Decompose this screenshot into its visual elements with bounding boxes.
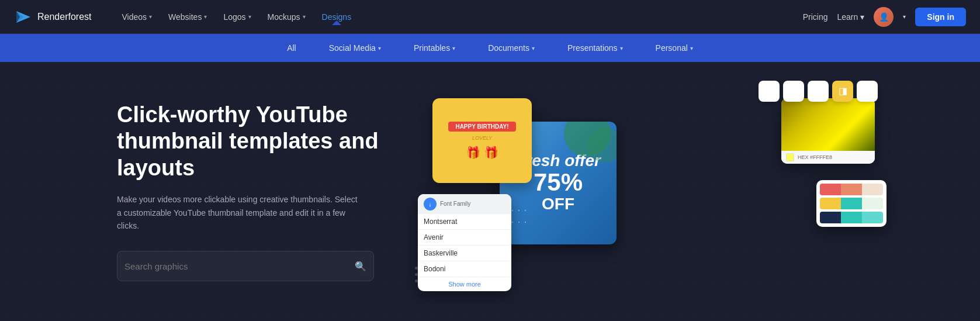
nav-right: Pricing Learn ▾ 👤 ▾ Sign in <box>803 7 966 27</box>
monitor-icon[interactable]: ▭ <box>808 81 829 102</box>
logo[interactable]: Renderforest <box>14 8 92 26</box>
palette-swatch-red[interactable] <box>820 184 841 195</box>
hero-title: Click-worthy YouTube thumbnail templates… <box>117 102 397 182</box>
palette-row-3 <box>820 212 883 223</box>
nav-item-mockups[interactable]: Mockups ▾ <box>261 9 313 25</box>
learn-link[interactable]: Learn ▾ <box>837 12 865 22</box>
main-nav-items: Videos ▾ Websites ▾ Logos ▾ Mockups ▾ De… <box>115 9 803 25</box>
download-icon: ↓ <box>424 198 437 210</box>
font-item-montserrat[interactable]: Montserrat <box>418 214 511 230</box>
palette-swatch-cyan[interactable] <box>862 212 883 223</box>
chevron-down-icon: ▾ <box>532 45 535 51</box>
sign-in-button[interactable]: Sign in <box>915 8 966 26</box>
palette-swatch-lightgreen[interactable] <box>862 198 883 209</box>
hero-section: Click-worthy YouTube thumbnail templates… <box>0 62 980 321</box>
avatar[interactable]: 👤 <box>874 7 894 27</box>
palette-swatch-navy[interactable] <box>820 212 841 223</box>
layers-icon[interactable]: ⧉ <box>783 81 804 102</box>
font-family-panel: ↓ Font Family Montserrat Avenir Baskervi… <box>418 194 511 291</box>
palette-panel <box>816 180 886 227</box>
chevron-down-icon: ▾ <box>204 13 207 20</box>
chevron-down-icon: ▾ <box>248 13 251 20</box>
sec-nav-personal[interactable]: Personal ▾ <box>639 34 709 62</box>
font-panel-header: ↓ Font Family <box>418 194 511 214</box>
nav-item-logos[interactable]: Logos ▾ <box>216 9 258 25</box>
chevron-down-icon: ▾ <box>149 13 152 20</box>
gift-icons: 🎁 🎁 <box>466 146 498 160</box>
chevron-down-icon: ▾ <box>620 45 623 51</box>
fresh-percent: 75% <box>534 170 583 195</box>
chevron-down-icon[interactable]: ▾ <box>903 13 906 20</box>
sec-nav-documents[interactable]: Documents ▾ <box>472 34 551 62</box>
font-item-bodoni[interactable]: Bodoni <box>418 261 511 277</box>
chevron-down-icon: ▾ <box>303 13 306 20</box>
font-item-baskerville[interactable]: Baskerville <box>418 246 511 261</box>
chevron-down-icon: ▾ <box>452 45 455 51</box>
chevron-down-icon: ▾ <box>690 45 693 51</box>
sec-nav-printables[interactable]: Printables ▾ <box>397 34 472 62</box>
chevron-down-icon: ▾ <box>860 12 864 22</box>
palette-row-1 <box>820 184 883 195</box>
search-input[interactable] <box>124 261 355 271</box>
hero-visual: HAPPY BIRTHDAY! LOVELY 🎁 🎁 Fresh offer 7… <box>397 87 910 297</box>
palette-swatch-light[interactable] <box>862 184 883 195</box>
hero-content: Click-worthy YouTube thumbnail templates… <box>117 102 397 282</box>
color-gradient <box>781 98 875 151</box>
secondary-nav: All Social Media ▾ Printables ▾ Document… <box>0 34 980 62</box>
palette-swatch-orange[interactable] <box>841 184 862 195</box>
nav-item-designs-wrapper: Designs <box>315 9 359 25</box>
show-more-fonts[interactable]: Show more <box>418 277 511 291</box>
palette-row-2 <box>820 198 883 209</box>
nav-item-videos[interactable]: Videos ▾ <box>115 9 160 25</box>
hero-description: Make your videos more clickable using cr… <box>117 193 362 232</box>
birthday-subtitle: LOVELY <box>472 135 492 141</box>
sec-nav-presentations[interactable]: Presentations ▾ <box>551 34 639 62</box>
palette-swatch-teal[interactable] <box>841 198 862 209</box>
search-icon[interactable]: 🔍 <box>355 261 366 272</box>
highlight-icon[interactable]: ◨ <box>832 81 853 102</box>
nav-item-websites[interactable]: Websites ▾ <box>161 9 214 25</box>
color-picker-panel: HEX #FFFFE8 <box>781 98 875 164</box>
fresh-off: OFF <box>542 195 574 213</box>
search-bar: 🔍 <box>117 251 374 281</box>
sec-nav-all[interactable]: All <box>271 34 313 62</box>
decorative-leaf-2 <box>587 127 617 163</box>
palette-swatch-teal2[interactable] <box>841 212 862 223</box>
font-family-label: Font Family <box>440 201 470 207</box>
logo-text: Renderforest <box>37 12 92 22</box>
font-item-avenir[interactable]: Avenir <box>418 230 511 246</box>
color-hex-label: HEX #FFFFE8 <box>798 154 832 160</box>
birthday-banner-text: HAPPY BIRTHDAY! <box>448 122 515 132</box>
birthday-card: HAPPY BIRTHDAY! LOVELY 🎁 🎁 <box>432 98 532 183</box>
chevron-down-icon: ▾ <box>378 45 381 51</box>
active-nav-indicator <box>332 20 341 25</box>
top-nav: Renderforest Videos ▾ Websites ▾ Logos ▾… <box>0 0 980 34</box>
color-info-row: HEX #FFFFE8 <box>781 151 875 164</box>
pricing-link[interactable]: Pricing <box>803 12 828 22</box>
color-swatch <box>786 153 794 161</box>
icon-button-row: ⊞ ⧉ ▭ ◨ ⚙ <box>759 81 878 102</box>
template-icon-1[interactable]: ⊞ <box>759 81 780 102</box>
logo-icon <box>14 8 33 26</box>
sec-nav-social-media[interactable]: Social Media ▾ <box>313 34 397 62</box>
settings-icon[interactable]: ⚙ <box>857 81 878 102</box>
palette-swatch-yellow[interactable] <box>820 198 841 209</box>
